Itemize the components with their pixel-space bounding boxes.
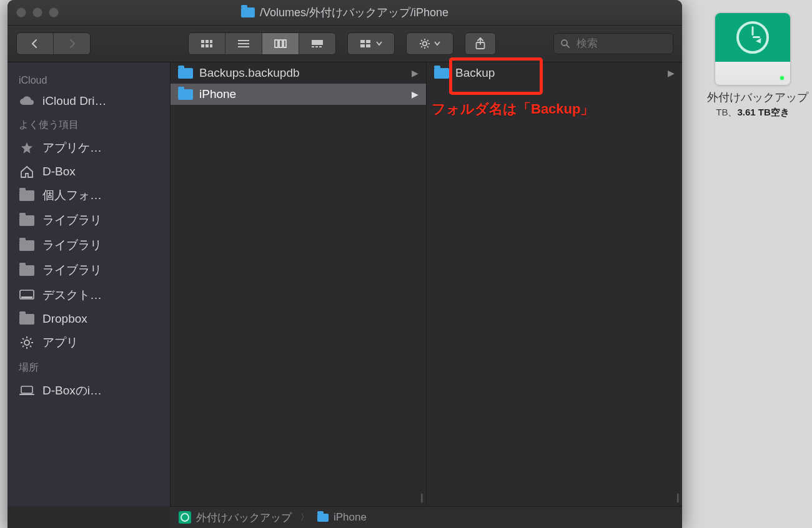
cloud-icon xyxy=(19,95,35,107)
action-button[interactable] xyxy=(407,33,453,54)
svg-line-26 xyxy=(427,46,428,47)
finder-body: iCloud iCloud Dri… よく使う項目 アプリケ… xyxy=(7,62,682,506)
svg-line-28 xyxy=(427,40,428,41)
sidebar: iCloud iCloud Dri… よく使う項目 アプリケ… xyxy=(7,62,171,506)
sidebar-item-label: デスクト… xyxy=(42,287,159,303)
action-button-group xyxy=(406,32,453,55)
folder-icon xyxy=(178,89,193,100)
folder-icon xyxy=(19,214,35,227)
sidebar-item-library-2[interactable]: ライブラリ xyxy=(7,233,170,258)
sidebar-item-library-3[interactable]: ライブラリ xyxy=(7,258,170,283)
sidebar-item-label: Dropbox xyxy=(42,312,159,326)
icon-view-button[interactable] xyxy=(189,33,225,54)
sidebar-item-library-1[interactable]: ライブラリ xyxy=(7,208,170,233)
drive-storage-free: 3.61 TB空き xyxy=(737,107,789,117)
drive-label: 外付けバックアップ xyxy=(706,89,810,105)
chevron-down-icon xyxy=(434,41,440,46)
svg-line-40 xyxy=(30,346,31,347)
svg-rect-16 xyxy=(360,40,365,43)
minimize-window-button[interactable] xyxy=(32,7,42,17)
column-resize-handle[interactable]: || xyxy=(420,492,422,502)
share-button[interactable] xyxy=(465,32,496,55)
sidebar-item-apps[interactable]: アプリ xyxy=(7,330,170,355)
sidebar-item-personal-folder[interactable]: 個人フォ… xyxy=(7,183,170,208)
share-icon xyxy=(475,37,486,50)
folder-icon xyxy=(19,313,35,325)
titlebar: /Volumes/外付けバックアップ/iPhone xyxy=(7,0,682,26)
desktop-drive-icon[interactable]: 外付けバックアップ TB、3.61 TB空き xyxy=(706,12,800,119)
svg-rect-13 xyxy=(312,46,314,47)
search-field[interactable] xyxy=(553,33,673,54)
svg-rect-18 xyxy=(360,44,365,47)
sidebar-item-dropbox[interactable]: Dropbox xyxy=(7,308,170,330)
column-resize-handle[interactable]: || xyxy=(676,492,678,502)
chevron-right-icon: ▶ xyxy=(412,68,418,78)
maximize-window-button[interactable] xyxy=(49,7,59,17)
column-item-backup[interactable]: Backup ▶ xyxy=(427,62,682,84)
sidebar-item-home[interactable]: D-Box xyxy=(7,160,170,183)
drive-storage-prefix: TB、 xyxy=(716,107,737,117)
svg-rect-19 xyxy=(366,44,370,47)
svg-line-25 xyxy=(421,40,422,41)
folder-icon xyxy=(317,514,329,522)
svg-rect-5 xyxy=(210,44,212,47)
svg-rect-9 xyxy=(275,40,278,47)
time-machine-drive-icon xyxy=(179,511,191,524)
path-segment-drive[interactable]: 外付けバックアップ xyxy=(179,511,292,525)
search-input[interactable] xyxy=(575,37,640,51)
sidebar-item-label: 個人フォ… xyxy=(42,187,159,203)
svg-rect-43 xyxy=(21,386,32,393)
svg-rect-14 xyxy=(315,46,318,47)
laptop-icon xyxy=(19,384,35,397)
pathbar: 外付けバックアップ 〉 iPhone xyxy=(170,506,682,528)
window-title-text: /Volumes/外付けバックアップ/iPhone xyxy=(260,5,448,20)
sidebar-item-label: ライブラリ xyxy=(42,212,159,228)
sidebar-item-label: ライブラリ xyxy=(42,262,159,278)
svg-rect-4 xyxy=(205,44,209,47)
gear-icon xyxy=(419,38,430,49)
list-view-button[interactable] xyxy=(225,33,262,54)
view-mode-buttons xyxy=(188,32,336,55)
column-1: Backups.backupdb ▶ iPhone ▶ || xyxy=(171,62,427,506)
nav-buttons xyxy=(16,32,91,55)
column-item-label: Backup xyxy=(455,66,495,80)
column-view-button[interactable] xyxy=(262,33,299,54)
svg-rect-0 xyxy=(201,40,204,43)
sidebar-section-icloud: iCloud xyxy=(7,69,170,90)
folder-icon xyxy=(434,68,449,79)
column-item-backupsdb[interactable]: Backups.backupdb ▶ xyxy=(171,62,426,84)
folder-icon xyxy=(19,189,35,202)
chevron-right-icon: ▶ xyxy=(668,68,675,78)
svg-rect-44 xyxy=(19,394,34,395)
sidebar-item-label: アプリケ… xyxy=(42,140,159,156)
svg-rect-15 xyxy=(319,46,322,47)
house-icon xyxy=(19,165,35,178)
chevron-down-icon xyxy=(376,41,382,46)
toolbar xyxy=(7,26,682,62)
close-window-button[interactable] xyxy=(16,7,26,17)
back-button[interactable] xyxy=(17,33,54,54)
sidebar-section-locations: 場所 xyxy=(7,355,170,378)
desktop-icon xyxy=(19,289,35,301)
sidebar-item-icloud-drive[interactable]: iCloud Dri… xyxy=(7,90,170,112)
svg-rect-10 xyxy=(279,40,282,47)
sidebar-item-applications[interactable]: アプリケ… xyxy=(7,135,170,160)
path-segment-label: 外付けバックアップ xyxy=(196,511,292,525)
sidebar-item-label: アプリ xyxy=(42,335,159,351)
sidebar-item-dbox-device[interactable]: D-Boxのi… xyxy=(7,378,170,403)
column-2: Backup ▶ フォルダ名は「Backup」 || xyxy=(427,62,682,506)
path-segment-iphone[interactable]: iPhone xyxy=(317,511,367,524)
search-icon xyxy=(560,39,570,49)
sidebar-item-label: D-Box xyxy=(42,165,159,178)
gallery-view-button[interactable] xyxy=(299,33,335,54)
chevron-right-icon: 〉 xyxy=(300,512,309,523)
forward-button[interactable] xyxy=(54,33,90,54)
svg-rect-3 xyxy=(201,44,204,47)
svg-rect-33 xyxy=(21,296,32,298)
drive-storage: TB、3.61 TB空き xyxy=(706,107,800,119)
sidebar-item-desktop[interactable]: デスクト… xyxy=(7,283,170,308)
path-segment-label: iPhone xyxy=(334,511,367,524)
column-item-iphone[interactable]: iPhone ▶ xyxy=(171,84,426,105)
svg-point-34 xyxy=(24,340,29,345)
group-by-button[interactable] xyxy=(348,33,394,54)
